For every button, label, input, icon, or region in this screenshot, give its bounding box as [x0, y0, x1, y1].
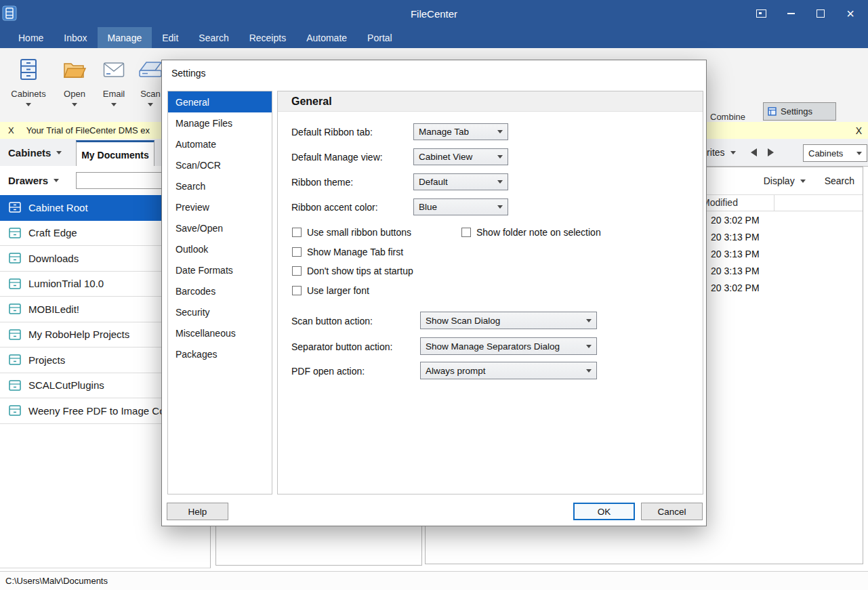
checkbox [292, 286, 302, 295]
tab-automate[interactable]: Automate [296, 27, 357, 48]
cabinets-menu[interactable]: Cabinets [8, 139, 62, 166]
chevron-down-icon [800, 180, 806, 183]
tab-edit[interactable]: Edit [152, 27, 188, 48]
chevron-down-icon [56, 151, 62, 154]
settings-nav-search[interactable]: Search [168, 175, 272, 196]
open-folder-icon [63, 54, 86, 86]
settings-nav-save-open[interactable]: Save/Open [168, 217, 272, 238]
checkbox-use-larger-font[interactable]: Use larger font [292, 285, 369, 296]
checkbox-use-small-ribbon-buttons[interactable]: Use small ribbon buttons [292, 227, 411, 238]
drawer-icon [9, 253, 21, 264]
close-button[interactable]: × [835, 0, 865, 27]
chevron-down-icon [497, 180, 503, 184]
settings-nav-barcodes[interactable]: Barcodes [168, 280, 272, 301]
label-separator-button-action: Separator button action: [291, 341, 392, 352]
tray-button[interactable] [746, 0, 776, 27]
location-select[interactable]: Cabinets [803, 144, 867, 162]
settings-nav-scan-ocr[interactable]: Scan/OCR [168, 154, 272, 175]
tab-inbox[interactable]: Inbox [54, 27, 97, 48]
column-header-modified[interactable]: Modified [702, 197, 738, 208]
close-icon: × [846, 7, 854, 20]
cabinet-icon [9, 202, 21, 213]
chevron-down-icon [54, 179, 59, 182]
settings-nav-automate[interactable]: Automate [168, 133, 272, 154]
chevron-down-icon [72, 103, 77, 106]
settings-nav-outlook[interactable]: Outlook [168, 238, 272, 259]
tab-manage[interactable]: Manage [98, 27, 152, 48]
minimize-icon [787, 13, 795, 14]
chevron-down-icon [586, 345, 592, 348]
label-scan-button-action: Scan button action: [291, 316, 373, 326]
drawer-icon [9, 380, 21, 391]
drawer-icon [9, 228, 21, 238]
cabinets-icon [18, 54, 39, 86]
back-arrow-icon[interactable] [751, 148, 757, 156]
chevron-down-icon [148, 103, 153, 106]
chevron-down-icon [586, 319, 592, 322]
pdf-open-action-select[interactable]: Always prompt [420, 362, 597, 379]
chevron-down-icon [856, 152, 862, 155]
chevron-down-icon [497, 130, 503, 133]
cancel-button[interactable]: Cancel [641, 503, 703, 520]
dismiss-notification-right[interactable]: X [856, 125, 862, 136]
status-bar: C:\Users\Malv\Documents [0, 571, 868, 590]
checkbox-dont-show-tips[interactable]: Don't show tips at startup [292, 266, 413, 276]
chevron-down-icon [730, 151, 736, 154]
chevron-down-icon [497, 205, 503, 209]
checkbox [292, 266, 302, 276]
dialog-title: Settings [171, 68, 206, 79]
help-button[interactable]: Help [167, 503, 228, 520]
tab-home[interactable]: Home [8, 27, 54, 48]
settings-nav-manage-files[interactable]: Manage Files [168, 112, 272, 133]
settings-nav-general[interactable]: General [168, 91, 272, 112]
settings-dialog: Settings General Manage Files Automate S… [161, 60, 707, 526]
checkbox-show-manage-tab-first[interactable]: Show Manage Tab first [292, 247, 403, 257]
settings-nav-preview[interactable]: Preview [168, 196, 272, 217]
ribbon-accent-color-select[interactable]: Blue [413, 198, 508, 215]
tab-receipts[interactable]: Receipts [239, 27, 296, 48]
separator-button-action-select[interactable]: Show Manage Separators Dialog [420, 337, 597, 355]
maximize-icon [817, 9, 825, 18]
checkbox [461, 228, 471, 237]
settings-nav-security[interactable]: Security [168, 301, 272, 322]
drawer-icon [9, 405, 21, 416]
ribbon-theme-select[interactable]: Default [413, 173, 508, 190]
ok-button[interactable]: OK [573, 503, 635, 520]
maximize-button[interactable] [806, 0, 835, 27]
checkbox-show-folder-note[interactable]: Show folder note on selection [461, 227, 601, 238]
navigation-arrows [751, 139, 774, 166]
default-manage-view-select[interactable]: Cabinet View [413, 148, 508, 165]
settings-icon [768, 107, 777, 116]
label-pdf-open-action: PDF open action: [291, 366, 365, 377]
label-default-manage-view: Default Manage view: [291, 152, 383, 163]
settings-nav-packages[interactable]: Packages [168, 343, 272, 364]
settings-nav: General Manage Files Automate Scan/OCR S… [167, 91, 272, 494]
notification-message: Your Trial of FileCenter DMS ex [26, 125, 150, 135]
drawer-icon [9, 303, 21, 314]
window-controls: × [746, 0, 865, 27]
label-ribbon-theme: Ribbon theme: [291, 177, 353, 188]
chevron-down-icon [586, 369, 592, 373]
tab-search[interactable]: Search [188, 27, 239, 48]
minimize-button[interactable] [776, 0, 806, 27]
default-ribbon-tab-select[interactable]: Manage Tab [413, 123, 508, 140]
tab-portal[interactable]: Portal [357, 27, 402, 48]
column-divider [774, 195, 774, 211]
settings-nav-miscellaneous[interactable]: Miscellaneous [168, 322, 272, 343]
search-label[interactable]: Search [825, 175, 854, 186]
dismiss-notification-left[interactable]: X [8, 125, 14, 135]
drawers-filter-input[interactable] [76, 172, 164, 189]
cabinets-button[interactable]: Cabinets [7, 54, 50, 119]
email-icon [103, 54, 125, 86]
scan-button-action-select[interactable]: Show Scan Dialog [420, 312, 597, 329]
forward-arrow-icon[interactable] [768, 148, 774, 156]
display-menu[interactable]: Display [764, 175, 806, 186]
settings-nav-date-formats[interactable]: Date Formats [168, 259, 272, 280]
file-pane-toolbar: Display Search [764, 175, 854, 186]
tab-my-documents[interactable]: My Documents [76, 140, 154, 168]
checkbox [292, 247, 302, 257]
tray-icon [756, 9, 766, 18]
settings-button[interactable]: Settings [763, 102, 836, 121]
drawers-menu[interactable]: Drawers [8, 166, 59, 195]
open-button[interactable]: Open [53, 54, 96, 119]
